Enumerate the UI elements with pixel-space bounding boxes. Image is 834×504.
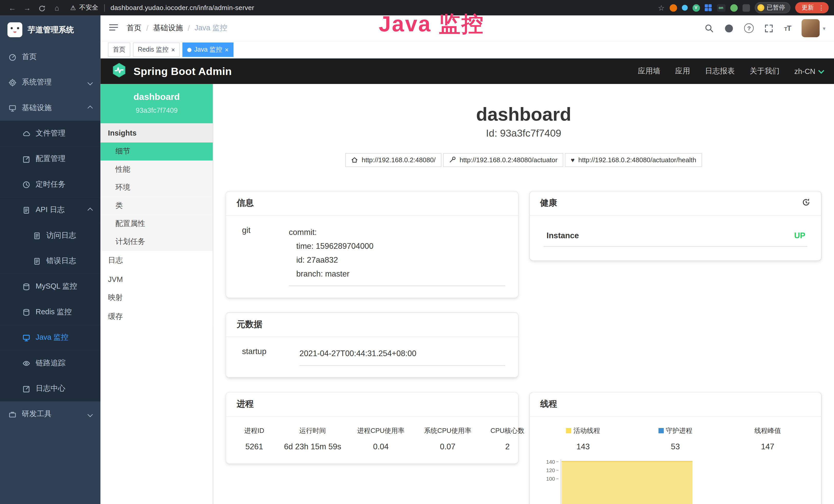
insights-item-classes[interactable]: 类 — [101, 197, 213, 215]
insights-item-environment[interactable]: 环境 — [101, 179, 213, 197]
tab-java-monitor[interactable]: Java 监控 × — [182, 43, 233, 57]
infrastructure-icon — [8, 104, 17, 112]
github-icon[interactable] — [725, 23, 733, 33]
chevron-down-icon — [818, 68, 824, 73]
tags-bar: 首页 Redis 监控 × Java 监控 × — [101, 42, 834, 59]
tab-home[interactable]: 首页 — [108, 43, 130, 57]
sidebar-item-jvm[interactable]: JVM — [101, 270, 213, 288]
breadcrumb-home[interactable]: 首页 — [127, 23, 141, 33]
instance-header[interactable]: dashboard 93a3fc7f7409 — [101, 84, 213, 123]
font-size-icon[interactable]: TT — [784, 24, 791, 32]
paused-label: 已暂停 — [767, 4, 785, 12]
info-card: 信息 git commit: time: 1596289704000 id: 2… — [226, 191, 518, 297]
sidebar-item-tracing[interactable]: 链路追踪 — [0, 350, 101, 376]
eye-icon — [22, 359, 30, 367]
info-key: git — [239, 225, 289, 286]
process-col-system-cpu: 系统CPU使用率 0.07 — [414, 426, 482, 451]
process-card: 进程 进程ID 5261 运行时间 — [226, 392, 518, 463]
chevron-up-icon — [88, 207, 93, 212]
back-icon[interactable]: ← — [5, 3, 19, 12]
screenshot-root: ← → ⌂ ⚠ 不安全 dashboard.yudao.iocoder.cn/i… — [0, 0, 834, 504]
hamburger-icon[interactable] — [109, 23, 118, 33]
help-icon[interactable]: ? — [744, 23, 754, 33]
info-row-git: git commit: time: 1596289704000 id: 27aa… — [239, 225, 505, 286]
sba-nav-wallboard[interactable]: 应用墙 — [638, 67, 660, 76]
live-threads-area-series — [562, 461, 693, 504]
sidebar-item-access-logs[interactable]: 访问日志 — [0, 223, 101, 248]
insights-item-config-props[interactable]: 配置属性 — [101, 215, 213, 233]
forward-icon[interactable]: → — [20, 3, 34, 12]
sidebar-item-log-center[interactable]: 日志中心 — [0, 376, 101, 401]
service-url-link[interactable]: http://192.168.0.2:48080/ — [345, 153, 441, 167]
process-col-cpu-cores: CPU核心数 2 — [482, 426, 533, 451]
home-icon[interactable]: ⌂ — [50, 3, 64, 12]
tab-redis-monitor[interactable]: Redis 监控 × — [133, 43, 180, 57]
sidebar-item-home[interactable]: 首页 — [0, 44, 101, 70]
extension-orange-icon[interactable] — [670, 4, 677, 12]
fullscreen-icon[interactable] — [764, 23, 773, 33]
sidebar-item-dev-tools[interactable]: 研发工具 — [0, 401, 101, 427]
close-icon[interactable]: × — [225, 46, 228, 53]
health-url-link[interactable]: ♥ http://192.168.0.2:48080/actuator/heal… — [565, 153, 702, 167]
document-icon — [22, 206, 30, 214]
sba-nav-about[interactable]: 关于我们 — [749, 67, 779, 76]
extension-on-badge[interactable]: on — [717, 4, 725, 12]
sidebar-item-system-mgmt[interactable]: 系统管理 — [0, 70, 101, 95]
insights-item-details[interactable]: 细节 — [101, 142, 213, 160]
search-icon[interactable] — [705, 23, 714, 33]
chrome-update-button[interactable]: 更新 ⋮ — [795, 2, 829, 13]
info-value: commit: time: 1596289704000 id: 27aa832 … — [289, 225, 505, 286]
active-dot — [187, 47, 192, 52]
extension-vue-devtools-icon[interactable]: V — [692, 4, 700, 12]
sidebar-item-mappings[interactable]: 映射 — [101, 288, 213, 307]
sba-nav-applications[interactable]: 应用 — [675, 67, 690, 76]
extension-leaf-icon[interactable] — [730, 4, 738, 12]
sidebar-item-logs[interactable]: 日志 — [101, 251, 213, 270]
kebab-menu-icon: ⋮ — [818, 4, 825, 12]
security-chip[interactable]: ⚠ 不安全 — [70, 3, 98, 12]
breadcrumb-section[interactable]: 基础设施 — [153, 23, 183, 33]
insights-item-scheduled-tasks[interactable]: 计划任务 — [101, 233, 213, 251]
sidebar-item-infrastructure[interactable]: 基础设施 — [0, 95, 101, 121]
sidebar-item-redis-monitor[interactable]: Redis 监控 — [0, 299, 101, 325]
wrench-icon — [449, 156, 456, 163]
sidebar-item-file-mgmt[interactable]: 文件管理 — [0, 121, 101, 146]
extension-grid-icon[interactable] — [705, 4, 712, 12]
history-icon[interactable] — [802, 198, 811, 208]
sba-navbar: Spring Boot Admin 应用墙 应用 日志报表 关于我们 zh-CN — [101, 59, 834, 84]
sidebar-item-config-mgmt[interactable]: 配置管理 — [0, 146, 101, 171]
extension-puzzle-icon[interactable] — [742, 4, 750, 12]
profile-paused-badge[interactable]: 已暂停 — [754, 2, 790, 13]
edit-icon — [22, 155, 30, 163]
address-bar[interactable]: dashboard.yudao.iocoder.cn/infra/admin-s… — [110, 4, 254, 12]
app-logo-row[interactable]: 芋道管理系统 — [0, 16, 101, 44]
locale-selector[interactable]: zh-CN — [794, 67, 823, 75]
reload-icon[interactable] — [35, 3, 49, 12]
extension-drop-icon[interactable] — [682, 5, 687, 11]
breadcrumb-current: Java 监控 — [194, 23, 227, 33]
bookmark-star-icon[interactable]: ☆ — [658, 3, 664, 12]
sba-nav-journal[interactable]: 日志报表 — [705, 67, 734, 76]
close-icon[interactable]: × — [171, 46, 175, 53]
sidebar-item-scheduled-jobs[interactable]: 定时任务 — [0, 172, 101, 197]
blue-legend-swatch — [658, 428, 664, 433]
database-icon — [22, 283, 30, 291]
header-actions: ? TT ▾ — [705, 19, 825, 37]
sidebar-item-error-logs[interactable]: 错误日志 — [0, 248, 101, 274]
sidebar-item-mysql-monitor[interactable]: MySQL 监控 — [0, 274, 101, 299]
insights-group-label: Insights — [101, 123, 213, 142]
sidebar-item-api-logs[interactable]: API 日志 — [0, 197, 101, 223]
sidebar-item-java-monitor[interactable]: Java 监控 — [0, 325, 101, 350]
instance-details: dashboard Id: 93a3fc7f7409 http://192.16… — [213, 84, 834, 504]
yellow-legend-swatch — [566, 428, 571, 433]
gear-icon — [8, 78, 17, 86]
instance-links: http://192.168.0.2:48080/ http://192.168… — [226, 153, 821, 167]
sba-brand[interactable]: Spring Boot Admin — [134, 65, 232, 77]
insights-item-metrics[interactable]: 性能 — [101, 160, 213, 179]
sidebar-item-caches[interactable]: 缓存 — [101, 307, 213, 327]
sba-nav-links: 应用墙 应用 日志报表 关于我们 zh-CN — [638, 67, 824, 76]
actuator-url-link[interactable]: http://192.168.0.2:48080/actuator — [443, 153, 563, 167]
threads-chart: 140 120 100 — [539, 459, 811, 504]
caret-down-icon: ▾ — [823, 25, 825, 31]
user-menu[interactable]: ▾ — [802, 19, 826, 37]
